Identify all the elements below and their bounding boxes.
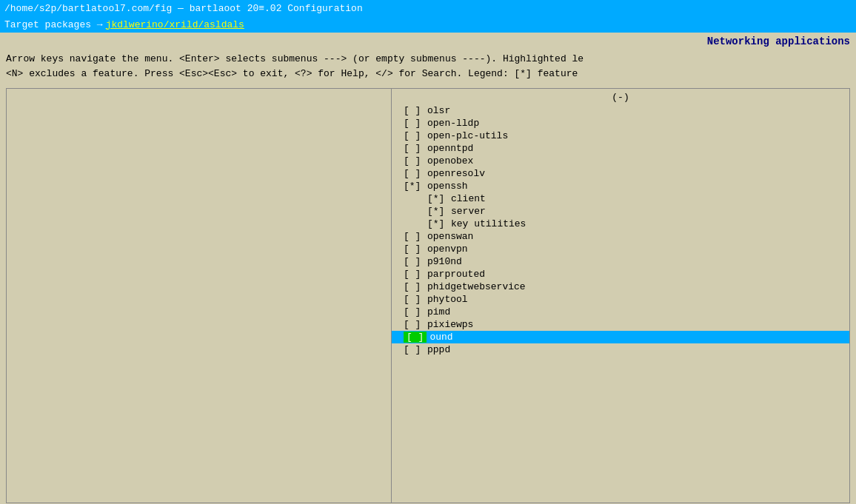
top-bar: /home/s2p/bartlatool7.com/fig — bartlaoo… [0,0,856,16]
list-item[interactable]: [ ]parprouted [392,268,849,280]
item-label-12: p910nd [427,256,462,267]
list-item[interactable]: [ ]p910nd [392,255,849,268]
item-label-3: openntpd [427,143,473,154]
item-label-17: pixiewps [427,319,473,330]
main-content: (-) [ ]olsr[ ]open-lldp[ ]open-plc-utils… [6,88,850,503]
item-label-1: open-lldp [427,118,479,129]
item-label-11: openvpn [427,243,468,255]
list-item[interactable]: [*]server [392,205,849,218]
item-label-10: openswan [427,231,473,242]
right-panel[interactable]: (-) [ ]olsr[ ]open-lldp[ ]open-plc-utils… [392,89,849,503]
list-item[interactable]: [*]key utilities [392,218,849,230]
item-label-19: pppd [427,344,450,355]
list-item[interactable]: [*]openssh [392,180,849,192]
menu-list: [ ]olsr[ ]open-lldp[ ]open-plc-utils[ ]o… [392,104,849,356]
list-item[interactable]: [ ]openswan [392,230,849,243]
checkbox-17: [ ] [404,319,424,330]
target-label: Target packages → [4,19,103,30]
item-label-5: openresolv [427,168,485,179]
second-bar: Target packages → jkdlwerino/xrild/aslda… [0,16,856,33]
checkbox-16: [ ] [404,306,424,317]
instructions: Arrow keys navigate the menu. <Enter> se… [0,50,856,82]
checkbox-13: [ ] [404,269,424,280]
item-label-4: openobex [427,155,473,167]
item-label-13: parprouted [427,269,485,280]
menu-header: (-) [392,90,849,104]
instruction-line-2: <N> excludes a feature. Press <Esc><Esc>… [6,67,850,81]
item-label-8: server [451,206,486,217]
item-label-0: olsr [427,105,450,116]
item-label-15: phytool [427,294,468,305]
item-label-18: ound [429,332,452,343]
instruction-line-1: Arrow keys navigate the menu. <Enter> se… [6,52,850,67]
list-item[interactable]: [ ]olsr [392,104,849,117]
checkbox-18: [ ] [404,332,427,343]
list-item[interactable]: [ ]pixiewps [392,318,849,331]
left-panel [7,89,392,503]
checkbox-14: [ ] [404,281,424,292]
checkbox-3: [ ] [404,143,424,154]
list-item[interactable]: [ ]ound [392,331,849,343]
checkbox-1: [ ] [404,118,424,129]
checkbox-15: [ ] [404,294,424,305]
list-item[interactable]: [*]client [392,192,849,205]
list-item[interactable]: [ ]openvpn [392,243,849,255]
list-item[interactable]: [ ]openresolv [392,167,849,180]
item-label-6: openssh [427,181,468,192]
checkbox-5: [ ] [404,168,424,179]
item-label-7: client [451,193,486,204]
list-item[interactable]: [ ]open-lldp [392,117,849,130]
checkbox-6: [*] [404,181,424,192]
list-item[interactable]: [ ]pppd [392,343,849,356]
item-label-2: open-plc-utils [427,130,508,141]
checkbox-19: [ ] [404,344,424,355]
checkbox-11: [ ] [404,243,424,255]
item-label-16: pimd [427,306,450,317]
item-label-9: key utilities [451,218,526,229]
networking-title: Networking applications [0,33,856,50]
target-value: jkdlwerino/xrild/asldals [106,19,244,30]
top-path: /home/s2p/bartlatool7.com/fig — bartlaoo… [4,3,363,14]
checkbox-7: [*] [427,193,448,204]
checkbox-8: [*] [427,206,448,217]
checkbox-4: [ ] [404,155,424,167]
checkbox-10: [ ] [404,231,424,242]
checkbox-9: [*] [427,218,448,229]
item-label-14: phidgetwebservice [427,281,526,292]
list-item[interactable]: [ ]phytool [392,293,849,306]
list-item[interactable]: [ ]openntpd [392,142,849,155]
list-item[interactable]: [ ]phidgetwebservice [392,280,849,293]
checkbox-0: [ ] [404,105,424,116]
list-item[interactable]: [ ]open-plc-utils [392,130,849,142]
checkbox-12: [ ] [404,256,424,267]
checkbox-2: [ ] [404,130,424,141]
list-item[interactable]: [ ]openobex [392,155,849,167]
list-item[interactable]: [ ]pimd [392,306,849,318]
